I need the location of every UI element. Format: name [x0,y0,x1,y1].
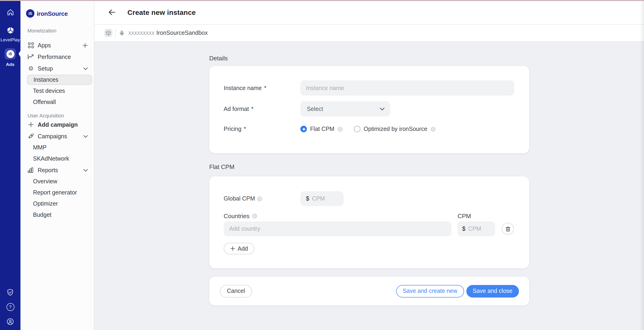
app-window: LevelPlay iS Ads ? iS ironSource [0,0,644,330]
sidebar-item-campaigns[interactable]: Campaigns [20,130,94,142]
country-cpm-input[interactable] [468,226,492,232]
pricing-option-optimized[interactable]: Optimized by ironSource i [354,126,436,132]
plus-icon [230,246,235,251]
instance-name-label: Instance name* [224,80,300,96]
appbar-divider [115,29,116,37]
info-icon[interactable]: i [257,196,262,201]
add-app-button[interactable] [82,42,88,48]
country-cpm-row: $ [224,221,514,236]
nav-section-monetization: Monetization [20,27,94,34]
radio-selected-icon[interactable] [300,126,307,132]
countries-header-row: Countries i CPM [224,213,514,219]
sidebar-item-offerwall[interactable]: Offerwall [20,97,94,108]
ad-format-select[interactable]: Select [300,101,390,117]
sidebar-item-report-generator[interactable]: Report generator [20,187,94,198]
chevron-down-icon [83,67,88,70]
ironsource-logo-icon: iS [26,9,34,18]
pricing-row: Pricing* Flat CPM i Optimized by ironSou… [224,124,514,134]
cancel-button[interactable]: Cancel [220,285,252,297]
add-country-input[interactable] [229,226,446,232]
privacy-shield-button[interactable] [6,288,14,297]
sidebar-item-add-campaign[interactable]: Add campaign [20,119,94,130]
sidebar-item-skadnetwork[interactable]: SKAdNetwork [20,153,94,164]
rail-bottom-icons: ? [6,288,14,330]
ironsource-logo[interactable]: iS ironSource [20,0,94,18]
product-rail: LevelPlay iS Ads ? [0,0,20,330]
chevron-down-icon [83,135,88,138]
home-icon [6,8,14,16]
unity-levelplay-icon [6,26,15,35]
pricing-label: Pricing* [224,126,300,132]
content: Details Instance name* Ad format* [94,42,644,330]
add-country-row-button[interactable]: Add [224,243,254,254]
flat-cpm-card: Global CPM i $ Countries i CP [209,176,529,268]
sidebar-item-instances[interactable]: Instances [27,75,92,85]
top-accent-line [0,0,644,1]
plus-icon [28,121,34,128]
sidebar-item-reports[interactable]: Reports [20,164,94,176]
scrollbar-shadow[interactable] [640,0,644,330]
sidebar-item-performance[interactable]: Performance [20,51,94,63]
levelplay-label: LevelPlay [0,37,20,42]
app-platform-badge [104,29,112,37]
footer-actions-card: Cancel Save and create new Save and clos… [209,277,529,305]
required-asterisk: * [244,126,246,132]
sidebar: iS ironSource Monetization Apps Performa… [20,0,94,330]
instance-name-input[interactable] [306,85,509,91]
ad-format-selected-value: Select [307,106,323,112]
active-rail-notch [18,51,20,57]
info-icon[interactable]: i [338,127,343,132]
bar-chart-icon [28,167,34,173]
save-and-close-button[interactable]: Save and close [466,285,519,297]
home-button[interactable] [6,8,14,16]
currency-symbol: $ [306,195,309,202]
required-asterisk: * [251,106,254,112]
add-country-field[interactable] [224,221,452,236]
main-area: Create new instance xxxxxxxxx IronSource… [94,0,644,330]
chevron-down-icon [380,107,384,110]
page-title: Create new instance [128,8,196,16]
account-button[interactable] [6,318,14,326]
ironsource-logo-text: ironSource [37,10,68,17]
pricing-option-flat-cpm[interactable]: Flat CPM i [300,126,343,132]
global-cpm-label: Global CPM i [224,191,300,206]
instance-name-field[interactable] [300,80,514,96]
sidebar-item-setup[interactable]: ⚙ Setup [20,63,94,74]
delete-country-button[interactable] [502,223,514,235]
sidebar-item-test-devices[interactable]: Test devices [20,85,94,97]
back-button[interactable] [108,8,116,16]
cpm-column-header: CPM [458,213,471,219]
sidebar-item-mmp[interactable]: MMP [20,142,94,153]
page-header: Create new instance [94,0,644,25]
android-icon [118,30,125,36]
nav-section-user-acquisition: User Acquisition [20,112,94,119]
rail-item-ads[interactable]: iS Ads [5,42,16,67]
app-bar: xxxxxxxxx IronSourceSandbox [94,25,644,42]
currency-symbol: $ [462,226,466,232]
info-icon[interactable]: i [430,127,436,132]
details-card: Instance name* Ad format* Select [209,66,529,153]
trash-icon [505,226,511,232]
info-icon[interactable]: i [252,213,257,219]
line-chart-icon [28,53,34,60]
sidebar-item-apps[interactable]: Apps [20,39,94,51]
apps-grid-icon [28,42,34,49]
ad-format-label: Ad format* [224,101,300,117]
cube-icon [106,30,111,36]
radio-unselected-icon[interactable] [354,126,360,132]
ads-tile: iS [5,48,16,59]
ads-label: Ads [6,62,15,67]
chevron-down-icon [83,169,88,171]
country-cpm-field[interactable]: $ [458,221,495,236]
help-button[interactable]: ? [6,303,14,311]
global-cpm-input[interactable] [312,195,339,202]
details-section-title: Details [209,55,529,62]
flat-cpm-section-title: Flat CPM [209,163,529,170]
rail-item-levelplay[interactable]: LevelPlay [0,26,20,42]
global-cpm-field[interactable]: $ [300,191,344,206]
sidebar-item-overview[interactable]: Overview [20,176,94,187]
sidebar-item-budget[interactable]: Budget [20,209,94,220]
required-asterisk: * [264,85,266,91]
save-and-create-new-button[interactable]: Save and create new [396,285,464,297]
sidebar-item-optimizer[interactable]: Optimizer [20,198,94,209]
